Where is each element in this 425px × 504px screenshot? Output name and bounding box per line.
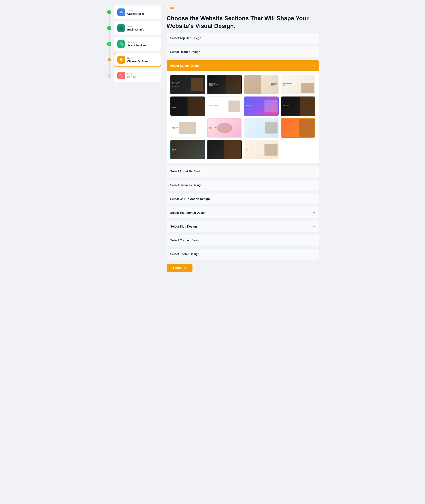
step-indicator-3: ✓ (106, 42, 113, 46)
steps-timeline: ✓ 🏠 Step 1 Choose Niche ✓ 💼 (106, 6, 161, 85)
accordion-header-blog[interactable]: Select Blog Design + (166, 221, 319, 232)
accordion-contact: Select Contact Design + (166, 235, 319, 246)
banner-thumb-7[interactable]: Welcome To OurBakery! Enjoy Fresh (244, 96, 279, 116)
accordion-title-blog: Select Blog Design (170, 225, 197, 228)
accordion-title-cta: Select Call To Action Design (170, 198, 210, 201)
banner-thumb-6[interactable]: Welcome To Our Bakery!Enjoy Fresh (207, 96, 242, 116)
step-name-1: Choose Niche (127, 12, 158, 15)
plus-icon-contact: + (313, 238, 315, 242)
page-layout: ✓ 🏠 Step 1 Choose Niche ✓ 💼 (102, 0, 323, 504)
step-item-1: ✓ 🏠 Step 1 Choose Niche (106, 6, 161, 19)
banner-thumb-3[interactable]: Welcome To OurBakery! Enjoy (244, 75, 279, 94)
accordion-header-footer[interactable]: Select Footer Design + (166, 249, 319, 259)
step-name-3: Select Services (127, 44, 158, 47)
step-icon-1: 🏠 (117, 8, 125, 16)
accordion-top-bar: Select Top Bar Design + (166, 33, 319, 44)
accordion-header-cta[interactable]: Select Call To Action Design + (166, 194, 319, 204)
step-check-3: ✓ (107, 42, 111, 46)
step-card-4[interactable]: ☰ Step 4 Choose Sections (114, 53, 161, 67)
continue-button[interactable]: Continue (166, 264, 193, 272)
step-item-2: ✓ 💼 Step 2 Business Info (106, 21, 161, 35)
step-dot-4 (108, 58, 111, 61)
accordion-header-about[interactable]: Select About Us Design + (166, 166, 319, 177)
accordion-header-contact[interactable]: Select Contact Design + (166, 235, 319, 246)
step-icon-3: ✏️ (117, 40, 125, 48)
step-number-5: Step 5 (127, 73, 158, 75)
banner-thumb-5[interactable]: Welcome To OurBakery! Enjoy Fresh (170, 96, 205, 116)
step-number-2: Step 2 (127, 25, 158, 28)
accordion-cta: Select Call To Action Design + (166, 194, 319, 204)
plus-icon-top-bar: + (313, 36, 315, 40)
accordion-header-banner[interactable]: Select Banner Design − (166, 60, 319, 71)
step-icon-5: ⇅ (117, 72, 125, 79)
step-check-1: ✓ (107, 10, 111, 14)
step-badge: Step 4 (166, 6, 179, 10)
banner-thumb-14[interactable]: Welcome To OurBakery! (207, 140, 242, 159)
step-indicator-5 (106, 74, 113, 77)
sidebar: ✓ 🏠 Step 1 Choose Niche ✓ 💼 (106, 6, 161, 498)
banner-thumb-10[interactable]: Welcome To Our Bakery! (207, 118, 242, 138)
banner-thumb-13[interactable]: Welcome To OurBakery! Enjoy Fresh (170, 140, 205, 159)
accordion-services: Select Services Design + (166, 180, 319, 191)
accordion-header-header[interactable]: Select Header Design + (166, 47, 319, 57)
accordion-title-top-bar: Select Top Bar Design (170, 37, 201, 40)
accordion-title-testimonial: Select Testimonial Design (170, 211, 206, 215)
accordion-header-top-bar[interactable]: Select Top Bar Design + (166, 33, 319, 44)
step-item-4: ☰ Step 4 Choose Sections (106, 53, 161, 67)
step-card-3[interactable]: ✏️ Step 3 Select Services (114, 37, 161, 51)
step-text-3: Step 3 Select Services (127, 41, 158, 47)
banner-thumb-4[interactable]: Welcome To Our Bakery! Enjoy Fresh (281, 75, 316, 94)
banner-thumb-8[interactable]: Welcome To OurBakery! (281, 96, 316, 116)
banner-grid: Welcome To OurBakery! Enjoy Fresh Fresh … (166, 71, 319, 163)
accordion-title-services: Select Services Design (170, 184, 202, 187)
step-name-2: Business Info (127, 28, 158, 31)
step-name-4: Choose Sections (127, 60, 158, 63)
accordion-testimonial: Select Testimonial Design + (166, 207, 319, 218)
accordion-title-about: Select About Us Design (170, 170, 203, 173)
step-card-2[interactable]: 💼 Step 2 Business Info (114, 21, 161, 35)
accordion-title-banner: Select Banner Design (170, 64, 200, 68)
step-name-5: Sorting (127, 75, 158, 78)
banner-thumb-15[interactable]: Welcome To Our BakeryEnjoy (244, 140, 279, 159)
plus-icon-header: + (313, 50, 315, 54)
step-card-5[interactable]: ⇅ Step 5 Sorting (114, 69, 161, 82)
accordion-about: Select About Us Design + (166, 166, 319, 177)
accordion-title-header: Select Header Design (170, 50, 200, 54)
plus-icon-about: + (313, 169, 315, 174)
accordion-footer: Select Footer Design + (166, 249, 319, 259)
step-number-3: Step 3 (127, 41, 158, 44)
step-indicator-4 (106, 58, 113, 61)
banner-thumb-12[interactable]: Welcome To OurBakery! (281, 118, 316, 138)
step-check-2: ✓ (107, 26, 111, 30)
accordion-banner: Select Banner Design − Welcome To OurBak… (166, 60, 319, 163)
banner-thumb-2[interactable]: Welcome To OurBakery! Enjoy Fresh (207, 75, 242, 94)
minus-icon-banner: − (313, 64, 315, 68)
accordion-blog: Select Blog Design + (166, 221, 319, 232)
plus-icon-cta: + (313, 197, 315, 201)
accordion-title-footer: Select Footer Design (170, 252, 199, 256)
page-title: Choose the Website Sections That Will Sh… (166, 14, 319, 30)
step-item-5: ⇅ Step 5 Sorting (106, 69, 161, 82)
accordion-header-services[interactable]: Select Services Design + (166, 180, 319, 191)
accordion-header-section: Select Header Design + (166, 47, 319, 57)
step-item-3: ✓ ✏️ Step 3 Select Services (106, 37, 161, 51)
step-icon-4: ☰ (117, 56, 125, 64)
accordion-header-testimonial[interactable]: Select Testimonial Design + (166, 207, 319, 218)
plus-icon-testimonial: + (313, 211, 315, 215)
banner-thumb-11[interactable]: Welcome To OurBakery! Enjoy (244, 118, 279, 138)
step-number-4: Step 4 (127, 57, 158, 59)
step-indicator-2: ✓ (106, 26, 113, 30)
banner-thumb-9[interactable]: Welcome To OurBakery! (170, 118, 205, 138)
step-dot-5 (108, 74, 111, 77)
step-indicator-1: ✓ (106, 10, 113, 14)
step-card-1[interactable]: 🏠 Step 1 Choose Niche (114, 6, 161, 19)
step-number-1: Step 1 (127, 9, 158, 12)
plus-icon-services: + (313, 183, 315, 187)
main-content: Step 4 Choose the Website Sections That … (166, 6, 319, 498)
banner-thumb-1[interactable]: Welcome To OurBakery! Enjoy Fresh Fresh … (170, 75, 205, 94)
accordion-title-contact: Select Contact Design (170, 239, 201, 242)
step-text-5: Step 5 Sorting (127, 73, 158, 78)
step-text-1: Step 1 Choose Niche (127, 9, 158, 15)
step-text-4: Step 4 Choose Sections (127, 57, 158, 63)
step-icon-2: 💼 (117, 24, 125, 32)
